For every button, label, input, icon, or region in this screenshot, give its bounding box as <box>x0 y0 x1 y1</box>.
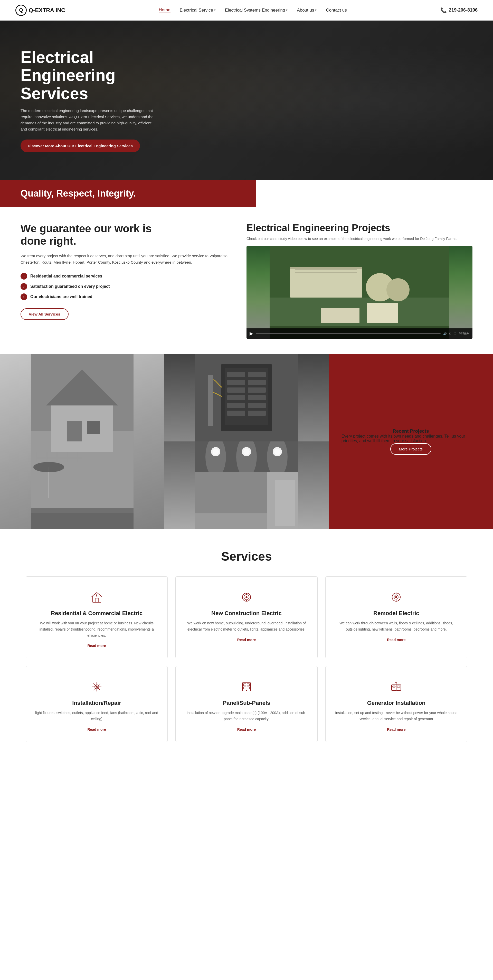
service-card-description: light fixtures, switches, outlets, appli… <box>35 710 158 722</box>
svg-rect-4 <box>295 269 357 270</box>
svg-rect-18 <box>36 457 82 459</box>
navbar: Q Q-EXTRA INC Home Electrical Service ▾ … <box>0 0 493 21</box>
nav-about[interactable]: About us ▾ <box>297 8 317 13</box>
gallery-house-image <box>0 354 164 529</box>
svg-rect-40 <box>248 403 266 408</box>
services-grid: Residential & Commercial Electric We wil… <box>26 576 467 742</box>
read-more-link[interactable]: Read more <box>87 644 106 648</box>
service-card-construction: New Construction Electric We work on new… <box>175 576 317 658</box>
service-card-remodel: Remodel Electric We can work through/bet… <box>325 576 467 658</box>
hero-section: Electrical Engineering Services The mode… <box>0 21 493 180</box>
svg-rect-27 <box>31 513 133 529</box>
volume-icon[interactable]: 🔊 <box>443 332 447 335</box>
panel-icon <box>239 679 254 695</box>
read-more-link[interactable]: Read more <box>237 727 256 732</box>
service-card-title: Installation/Repair <box>72 700 121 706</box>
service-card-title: Panel/Sub-Panels <box>223 700 270 706</box>
service-card-title: Remodel Electric <box>373 610 419 617</box>
service-card-title: New Construction Electric <box>211 610 282 617</box>
more-projects-button[interactable]: More Projects <box>390 443 432 455</box>
panel-svg <box>164 354 329 441</box>
hero-cta-button[interactable]: Discover More About Our Electrical Engin… <box>21 140 140 152</box>
guarantee-section: We guarantee our work is done right. We … <box>21 223 246 339</box>
svg-rect-10 <box>321 308 360 323</box>
hero-subtitle: The modern electrical engineering landsc… <box>21 108 154 132</box>
house-svg <box>0 354 164 529</box>
hero-title: Electrical Engineering Services <box>21 48 159 102</box>
gallery-lights-image <box>164 441 329 529</box>
svg-rect-36 <box>248 388 266 393</box>
hero-content: Electrical Engineering Services The mode… <box>0 33 180 167</box>
recent-projects-title: Recent Projects <box>393 428 429 434</box>
svg-rect-34 <box>248 380 266 385</box>
arrow-icon: › <box>21 293 27 300</box>
initium-badge: INITIUM <box>459 332 469 335</box>
house-electrical-svg <box>90 591 103 603</box>
svg-rect-22 <box>67 452 68 462</box>
list-item: › Our electricians are well trained <box>21 293 231 300</box>
svg-rect-42 <box>248 410 266 416</box>
fullscreen-icon[interactable]: ⛶ <box>453 332 456 335</box>
logo-text: Q-EXTRA INC <box>29 7 65 14</box>
logo: Q Q-EXTRA INC <box>16 5 65 16</box>
gallery-panel-image <box>164 354 329 441</box>
svg-rect-83 <box>243 687 246 689</box>
construction-icon <box>239 589 254 605</box>
view-all-button[interactable]: View All Services <box>21 308 68 320</box>
guarantee-description: We treat every project with the respect … <box>21 253 231 266</box>
logo-icon: Q <box>16 5 27 16</box>
svg-rect-43 <box>208 375 213 426</box>
svg-rect-6 <box>295 272 357 273</box>
svg-rect-90 <box>397 686 400 687</box>
svg-point-67 <box>246 597 247 598</box>
residential-icon <box>89 589 105 605</box>
main-section: We guarantee our work is done right. We … <box>0 207 493 354</box>
nav-electrical-service[interactable]: Electrical Service ▾ <box>180 8 216 13</box>
services-title: Services <box>26 549 467 563</box>
installation-svg <box>90 681 103 693</box>
projects-gallery <box>0 354 329 529</box>
recent-projects-panel: Recent Projects Every project comes with… <box>329 354 493 529</box>
nav-contact[interactable]: Contact us <box>326 8 347 13</box>
service-card-title: Generator Installation <box>367 700 425 706</box>
service-card-panel: Panel/Sub-Panels Installation of new or … <box>175 666 317 742</box>
arrow-icon: › <box>21 273 27 280</box>
chevron-down-icon: ▾ <box>315 8 317 12</box>
svg-rect-32 <box>248 372 266 377</box>
generator-icon <box>388 679 404 695</box>
read-more-link[interactable]: Read more <box>237 638 256 642</box>
service-card-installation: Installation/Repair light fixtures, swit… <box>26 666 168 742</box>
read-more-link[interactable]: Read more <box>387 638 406 642</box>
video-progress-bar[interactable] <box>256 333 441 334</box>
nav-home[interactable]: Home <box>159 8 170 13</box>
remodel-icon <box>388 589 404 605</box>
read-more-link[interactable]: Read more <box>87 727 106 732</box>
svg-rect-3 <box>290 267 362 269</box>
construction-svg <box>240 591 253 603</box>
svg-rect-17 <box>87 421 100 434</box>
nav-electrical-systems[interactable]: Electrical Systems Engineering ▾ <box>225 8 288 13</box>
gallery-wrapper: Recent Projects Every project comes with… <box>0 354 493 529</box>
service-card-description: We work on new home, outbuilding, underg… <box>185 620 308 633</box>
svg-rect-23 <box>77 452 78 462</box>
svg-point-70 <box>395 597 397 598</box>
generator-svg <box>390 681 403 693</box>
svg-rect-86 <box>392 685 396 690</box>
nav-links: Home Electrical Service ▾ Electrical Sys… <box>159 8 347 13</box>
svg-rect-38 <box>248 395 266 400</box>
settings-icon[interactable]: ⚙ <box>449 332 452 335</box>
svg-rect-89 <box>393 686 395 687</box>
svg-point-8 <box>387 278 409 301</box>
svg-rect-37 <box>227 395 245 400</box>
svg-rect-20 <box>46 452 48 462</box>
read-more-link[interactable]: Read more <box>387 727 406 732</box>
svg-rect-39 <box>227 403 245 408</box>
service-card-description: We will work with you on your project at… <box>35 620 158 638</box>
service-card-generator: Generator Installation Installation, set… <box>325 666 467 742</box>
play-button[interactable]: ▶ <box>250 331 253 336</box>
service-card-description: Installation of new or upgrade main pane… <box>185 710 308 722</box>
installation-icon <box>89 679 105 695</box>
svg-rect-21 <box>57 452 58 462</box>
svg-rect-31 <box>227 372 245 377</box>
service-card-description: Installation, set up and testing - never… <box>335 710 458 722</box>
